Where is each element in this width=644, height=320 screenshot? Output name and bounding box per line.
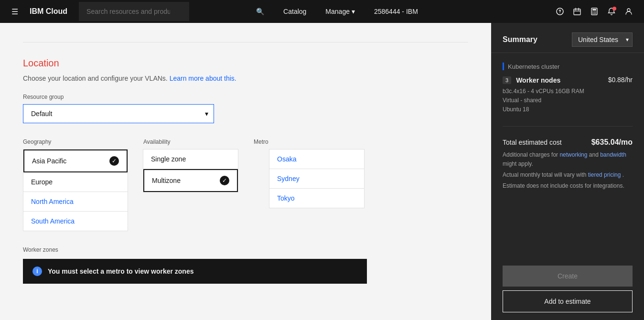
- worker-zones-label: Worker zones: [23, 246, 468, 253]
- location-grid: Geography Asia Pacific ✓ Europe North Am…: [23, 139, 468, 231]
- svg-point-10: [595, 13, 596, 14]
- calculator-button[interactable]: [587, 4, 602, 19]
- search-icon: 🔍: [256, 8, 264, 15]
- add-to-estimate-button[interactable]: Add to estimate: [503, 290, 633, 312]
- worker-nodes-badge: 3: [503, 76, 511, 84]
- resource-group-select[interactable]: Default: [23, 104, 214, 123]
- nav-actions: [552, 4, 636, 19]
- top-navigation: ☰ IBM Cloud 🔍 Catalog Manage ▾ 2586444 -…: [0, 0, 644, 23]
- svg-point-6: [594, 11, 595, 12]
- notification-button[interactable]: [604, 4, 619, 19]
- user-button[interactable]: [621, 4, 636, 19]
- bandwidth-link[interactable]: bandwidth: [600, 151, 626, 158]
- availability-item-single-zone[interactable]: Single zone: [143, 149, 238, 169]
- region-select-wrap: United States ▾: [572, 32, 633, 47]
- worker-zones-info-banner: i You must select a metro to view worker…: [23, 259, 367, 284]
- availability-list: Single zone Multizone ✓: [143, 149, 238, 192]
- metro-item-osaka[interactable]: Osaka: [269, 149, 364, 169]
- location-title: Location: [23, 58, 468, 69]
- summary-panel: Summary United States ▾ Kubernetes clust…: [491, 23, 644, 320]
- catalog-button[interactable]: Catalog: [278, 4, 312, 19]
- menu-icon[interactable]: ☰: [8, 3, 22, 20]
- calendar-icon: [573, 8, 581, 15]
- svg-point-11: [627, 9, 630, 11]
- metro-item-tokyo[interactable]: Tokyo: [269, 189, 364, 208]
- geography-item-europe[interactable]: Europe: [23, 172, 128, 192]
- main-content: Location Choose your location and config…: [0, 23, 491, 320]
- svg-point-5: [592, 11, 593, 12]
- worker-nodes-details: b3c.4x16 - 4 vCPUs 16GB RAM Virtual - sh…: [503, 87, 633, 115]
- total-cost-value: $635.04/mo: [591, 138, 633, 147]
- search-input[interactable]: [79, 2, 189, 21]
- summary-divider: [503, 126, 633, 127]
- geography-list: Asia Pacific ✓ Europe North America Sout…: [23, 149, 128, 231]
- user-icon: [625, 8, 633, 15]
- calendar-button[interactable]: [569, 4, 585, 19]
- availability-label: Availability: [143, 139, 238, 145]
- learn-more-link[interactable]: Learn more about this.: [170, 75, 236, 82]
- summary-footer: Create Add to estimate: [491, 258, 644, 320]
- availability-item-multizone[interactable]: Multizone ✓: [143, 169, 238, 192]
- worker-zones-section: Worker zones i You must select a metro t…: [23, 246, 468, 284]
- search-wrap: 🔍: [79, 2, 270, 21]
- metro-column: Metro Osaka Sydney Tokyo: [254, 139, 365, 208]
- summary-body: Kubernetes cluster 3 Worker nodes $0.88/…: [491, 53, 644, 258]
- svg-point-1: [559, 12, 560, 13]
- geography-item-asia-pacific[interactable]: Asia Pacific ✓: [23, 149, 128, 172]
- check-icon: ✓: [109, 156, 119, 166]
- worker-nodes-item: 3 Worker nodes $0.88/hr b3c.4x16 - 4 vCP…: [503, 76, 633, 115]
- geography-label: Geography: [23, 139, 128, 145]
- svg-rect-4: [592, 9, 596, 11]
- info-icon: i: [32, 267, 42, 276]
- manage-button[interactable]: Manage ▾: [320, 4, 361, 19]
- metro-list: Osaka Sydney Tokyo: [269, 149, 365, 208]
- disclaimer-tiered: Actual monthly total will vary with tier…: [503, 171, 633, 180]
- cluster-header: Kubernetes cluster: [503, 63, 633, 70]
- svg-point-8: [592, 13, 593, 14]
- metro-label: Metro: [254, 139, 365, 145]
- disclaimer-integrations: Estimate does not include costs for inte…: [503, 181, 633, 191]
- total-cost-label: Total estimated cost: [503, 139, 562, 146]
- total-cost-row: Total estimated cost $635.04/mo: [503, 138, 633, 147]
- resource-group-label: Resource group: [23, 94, 468, 100]
- geography-item-north-america[interactable]: North America: [23, 192, 128, 212]
- location-subtitle: Choose your location and configure your …: [23, 75, 468, 82]
- tiered-pricing-link[interactable]: tiered pricing: [588, 171, 621, 178]
- worker-zones-message: You must select a metro to view worker z…: [48, 267, 194, 275]
- cluster-bar: [503, 63, 504, 70]
- cluster-type-label: Kubernetes cluster: [508, 63, 559, 70]
- location-section: Location Choose your location and config…: [23, 58, 468, 284]
- region-select[interactable]: United States: [572, 32, 633, 47]
- networking-link[interactable]: networking: [559, 151, 587, 158]
- check-icon-multizone: ✓: [220, 176, 229, 185]
- metro-item-sydney[interactable]: Sydney: [269, 169, 364, 189]
- help-button[interactable]: [552, 4, 568, 19]
- worker-nodes-header: 3 Worker nodes $0.88/hr: [503, 76, 633, 84]
- ibm-cloud-logo: IBM Cloud: [30, 7, 67, 16]
- geography-item-south-america[interactable]: South America: [23, 212, 128, 231]
- top-divider: [23, 42, 468, 43]
- svg-point-7: [595, 11, 596, 12]
- page-layout: Location Choose your location and config…: [0, 23, 644, 320]
- create-button[interactable]: Create: [503, 266, 633, 287]
- summary-title: Summary: [503, 35, 537, 44]
- worker-nodes-name: Worker nodes: [516, 76, 560, 84]
- svg-rect-2: [574, 9, 580, 15]
- availability-column: Availability Single zone Multizone ✓: [143, 139, 238, 192]
- resource-group-select-wrapper: Default ▾: [23, 104, 214, 123]
- svg-point-9: [594, 13, 595, 14]
- summary-header: Summary United States ▾: [491, 23, 644, 53]
- worker-nodes-price: $0.88/hr: [608, 76, 633, 84]
- account-button[interactable]: 2586444 - IBM: [368, 4, 424, 19]
- disclaimer-networking: Additional charges for networking and ba…: [503, 150, 633, 169]
- geography-column: Geography Asia Pacific ✓ Europe North Am…: [23, 139, 128, 231]
- calculator-icon: [590, 8, 598, 15]
- help-icon: [556, 8, 564, 15]
- notification-icon: [608, 8, 615, 15]
